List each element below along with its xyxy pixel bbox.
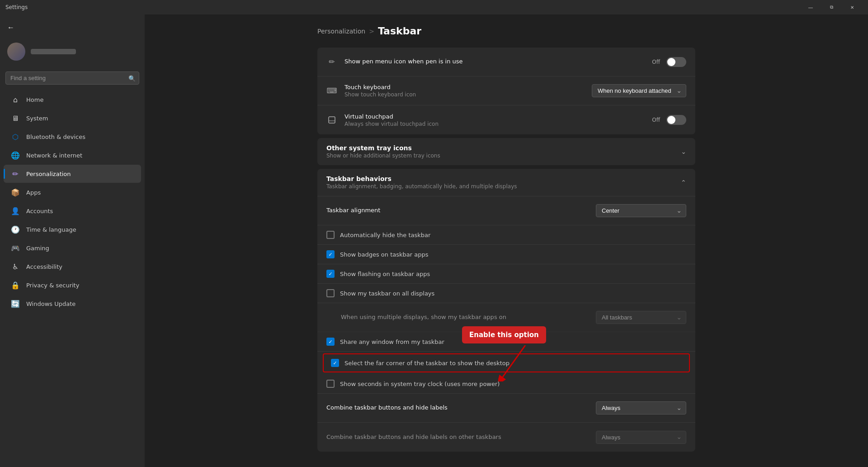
flashing-checkbox[interactable] [326, 270, 335, 278]
virtual-touchpad-toggle[interactable] [666, 115, 686, 125]
sidebar-item-time[interactable]: 🕐 Time & language [4, 220, 141, 238]
sidebar-nav: ⌂ Home 🖥 System ⬡ Bluetooth & devices 🌐 … [0, 90, 145, 313]
sidebar-item-update[interactable]: 🔄 Windows Update [4, 295, 141, 313]
sidebar-item-label: Gaming [26, 245, 134, 252]
all-displays-checkbox[interactable] [326, 289, 335, 297]
system-tray-title: Other system tray icons [326, 144, 681, 152]
sidebar-item-home[interactable]: ⌂ Home [4, 91, 141, 109]
sidebar-item-bluetooth[interactable]: ⬡ Bluetooth & devices [4, 128, 141, 146]
minimize-button[interactable]: — [800, 0, 821, 14]
sidebar-item-system[interactable]: 🖥 System [4, 109, 141, 127]
sidebar-item-label: Accounts [26, 208, 134, 214]
combine-buttons-other-row: Combine taskbar buttons and hide labels … [317, 423, 695, 452]
combine-buttons-label: Combine taskbar buttons and hide labels [326, 404, 589, 411]
sidebar-item-label: Windows Update [26, 300, 134, 307]
auto-hide-checkbox[interactable] [326, 231, 335, 239]
close-button[interactable]: ✕ [842, 0, 863, 14]
badges-checkbox[interactable] [326, 250, 335, 258]
touch-keyboard-dropdown-wrapper: When no keyboard attached Always Never [592, 84, 686, 97]
system-tray-chevron: ⌄ [681, 148, 686, 155]
system-icon: 🖥 [11, 114, 20, 123]
main-content: Personalization > Taskbar ✏ Show pen men… [145, 14, 868, 467]
pen-menu-toggle[interactable] [666, 57, 686, 67]
show-seconds-checkbox[interactable] [326, 380, 335, 388]
breadcrumb-parent[interactable]: Personalization [317, 28, 365, 35]
combine-buttons-other-dropdown-wrapper: Always When taskbar is full Never [596, 431, 686, 444]
behaviors-subtitle: Taskbar alignment, badging, automaticall… [326, 183, 681, 190]
behaviors-title: Taskbar behaviors [326, 175, 681, 182]
touch-keyboard-title: Touch keyboard [344, 84, 585, 91]
avatar [7, 43, 25, 61]
touchpad-toggle-knob [667, 116, 675, 124]
restore-button[interactable]: ⧉ [821, 0, 842, 14]
sidebar-item-label: System [26, 115, 134, 122]
app-title: Settings [5, 4, 28, 10]
home-icon: ⌂ [11, 95, 20, 104]
taskbar-alignment-label: Taskbar alignment [326, 207, 589, 214]
title-bar: Settings — ⧉ ✕ [0, 0, 868, 14]
sidebar-item-network[interactable]: 🌐 Network & internet [4, 146, 141, 164]
sidebar-item-label: Personalization [26, 171, 134, 177]
pen-toggle-knob [667, 58, 675, 66]
gaming-icon: 🎮 [11, 243, 20, 253]
app-container: ← 🔍 ⌂ Home 🖥 System ⬡ Bluetooth & [0, 14, 868, 467]
time-icon: 🕐 [11, 225, 20, 234]
taskbar-alignment-dropdown[interactable]: Center Left [596, 204, 686, 217]
flashing-label: Show flashing on taskbar apps [340, 271, 686, 277]
sidebar-item-accounts[interactable]: 👤 Accounts [4, 202, 141, 220]
svg-line-3 [503, 345, 525, 377]
sidebar-item-label: Home [26, 96, 134, 103]
virtual-touchpad-subtitle: Always show virtual touchpad icon [344, 121, 645, 127]
multiple-displays-dropdown[interactable]: All taskbars Main taskbar only [596, 311, 686, 324]
behaviors-chevron: ⌄ [681, 179, 686, 186]
share-window-checkbox[interactable] [326, 338, 335, 346]
search-box: 🔍 [5, 71, 139, 85]
pen-icon: ✏ [326, 57, 337, 67]
badges-label: Show badges on taskbar apps [340, 251, 686, 258]
multiple-displays-dropdown-wrapper: All taskbars Main taskbar only [596, 311, 686, 324]
annotation-bubble: Enable this option [462, 326, 546, 343]
far-corner-checkbox[interactable] [331, 359, 339, 367]
sidebar-item-accessibility[interactable]: ♿ Accessibility [4, 257, 141, 276]
flashing-row: Show flashing on taskbar apps [317, 264, 695, 284]
accessibility-icon: ♿ [11, 262, 20, 271]
annotation-arrow [498, 345, 552, 381]
system-tray-subtitle: Show or hide additional system tray icon… [326, 152, 681, 159]
sidebar-item-label: Accessibility [26, 263, 134, 270]
taskbar-alignment-dropdown-wrapper: Center Left [596, 204, 686, 217]
apps-icon: 📦 [11, 188, 20, 197]
auto-hide-row: Automatically hide the taskbar [317, 225, 695, 245]
combine-buttons-dropdown[interactable]: Always When taskbar is full Never [596, 401, 686, 415]
sidebar-item-label: Bluetooth & devices [26, 133, 134, 140]
touchpad-toggle-off-label: Off [652, 117, 660, 123]
sidebar-header: ← [0, 14, 145, 37]
accounts-icon: 👤 [11, 206, 20, 215]
sidebar: ← 🔍 ⌂ Home 🖥 System ⬡ Bluetooth & [0, 14, 145, 467]
content-inner: Personalization > Taskbar ✏ Show pen men… [303, 14, 710, 466]
search-input[interactable] [5, 71, 139, 85]
update-icon: 🔄 [11, 299, 20, 308]
back-button[interactable]: ← [5, 22, 16, 33]
combine-buttons-other-dropdown[interactable]: Always When taskbar is full Never [596, 431, 686, 444]
all-displays-label: Show my taskbar on all displays [340, 290, 686, 297]
top-settings-card: ✏ Show pen menu icon when pen is in use … [317, 48, 695, 134]
user-name [31, 49, 76, 54]
virtual-touchpad-title: Virtual touchpad [344, 113, 645, 120]
sidebar-item-privacy[interactable]: 🔒 Privacy & security [4, 276, 141, 294]
sidebar-item-gaming[interactable]: 🎮 Gaming [4, 239, 141, 257]
behaviors-section-header[interactable]: Taskbar behaviors Taskbar alignment, bad… [317, 169, 695, 196]
sidebar-item-label: Time & language [26, 226, 134, 233]
personalization-icon: ✏ [11, 169, 20, 178]
search-icon: 🔍 [128, 75, 136, 81]
system-tray-section[interactable]: Other system tray icons Show or hide add… [317, 138, 695, 165]
user-profile [0, 37, 145, 66]
multiple-displays-label: When using multiple displays, show my ta… [341, 314, 589, 320]
touch-keyboard-dropdown[interactable]: When no keyboard attached Always Never [592, 84, 686, 97]
virtual-touchpad-row: Virtual touchpad Always show virtual tou… [317, 105, 695, 134]
badges-row: Show badges on taskbar apps [317, 245, 695, 264]
sidebar-item-personalization[interactable]: ✏ Personalization [4, 165, 141, 183]
sidebar-item-apps[interactable]: 📦 Apps [4, 183, 141, 201]
auto-hide-label: Automatically hide the taskbar [340, 232, 686, 238]
pen-menu-title: Show pen menu icon when pen is in use [344, 58, 645, 65]
sidebar-item-label: Apps [26, 189, 134, 196]
